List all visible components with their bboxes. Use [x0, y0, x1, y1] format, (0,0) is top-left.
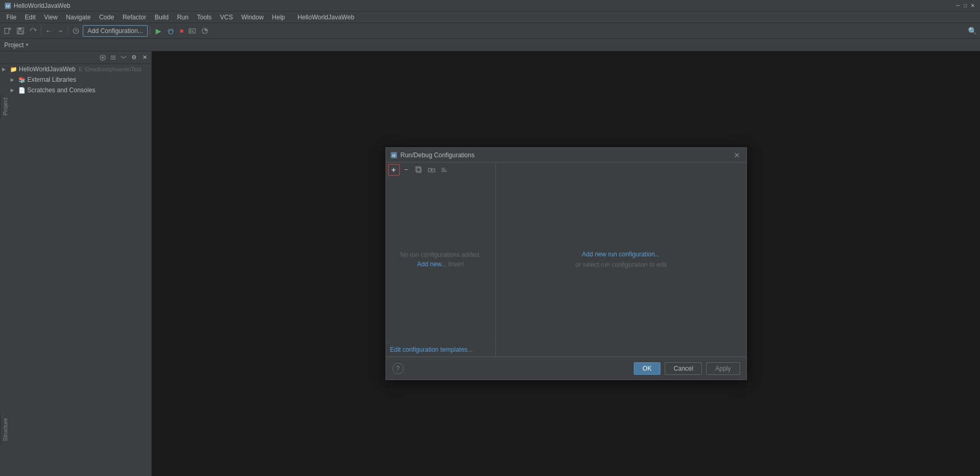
stop-button[interactable]: ■	[178, 25, 185, 37]
dialog-left-panel: + −	[386, 163, 496, 356]
profiler-button[interactable]	[199, 25, 211, 37]
sidebar-panel: ⚙ ✕ ▶ 📁 HelloWorldJavaWeb E:\Dropbox\pho…	[0, 51, 152, 476]
project-folder-icon: 📁	[9, 65, 18, 73]
save-button[interactable]	[15, 25, 26, 37]
menu-view[interactable]: View	[40, 13, 62, 22]
tree-arrow-scratches: ▶	[10, 88, 17, 93]
debug-button[interactable]	[165, 25, 177, 37]
menu-file[interactable]: File	[2, 13, 20, 22]
history-button[interactable]	[70, 25, 82, 37]
sidebar-settings-button[interactable]: ⚙	[129, 53, 139, 62]
dialog-title-bar: IJ Run/Debug Configurations ✕	[386, 148, 746, 163]
ok-button[interactable]: OK	[634, 362, 660, 375]
sidebar-collapse-button[interactable]	[108, 53, 118, 62]
tree-arrow-ext-libs: ▶	[10, 77, 17, 82]
menu-edit[interactable]: Edit	[20, 13, 40, 22]
apply-button[interactable]: Apply	[706, 362, 740, 375]
menu-run[interactable]: Run	[173, 13, 193, 22]
sync-button[interactable]	[27, 25, 39, 37]
svg-text:IJ: IJ	[6, 4, 10, 8]
separator-3	[150, 26, 150, 36]
forward-button[interactable]: →	[55, 25, 65, 37]
add-new-run-config-link[interactable]: Add new run configuration...	[582, 251, 660, 258]
separator-2	[68, 26, 68, 36]
back-button[interactable]: ←	[43, 25, 54, 37]
content-area: IJ Run/Debug Configurations ✕ + −	[152, 51, 980, 476]
menu-code[interactable]: Code	[95, 13, 118, 22]
svg-rect-13	[192, 30, 193, 32]
svg-rect-5	[18, 28, 21, 30]
minimize-button[interactable]: ─	[955, 3, 961, 9]
dialog-title-text: Run/Debug Configurations	[401, 152, 475, 159]
svg-rect-23	[416, 167, 420, 171]
project-dropdown-icon[interactable]: ▾	[26, 41, 29, 48]
menu-tools[interactable]: Tools	[193, 13, 216, 22]
dialog-title-icon: IJ	[390, 152, 398, 159]
sidebar-scope-button[interactable]	[98, 53, 107, 62]
tree-item-scratches[interactable]: ▶ 📄 Scratches and Consoles	[8, 85, 151, 95]
scratches-label: Scratches and Consoles	[27, 86, 95, 94]
main-layout: ⚙ ✕ ▶ 📁 HelloWorldJavaWeb E:\Dropbox\pho…	[0, 51, 980, 476]
project-path-label: E:\Dropbox\phoenix\Test	[79, 66, 141, 72]
menu-build[interactable]: Build	[150, 13, 173, 22]
svg-point-8	[169, 30, 173, 34]
svg-point-16	[102, 57, 104, 59]
coverage-button[interactable]	[186, 25, 198, 37]
tree-children: ▶ 📚 External Libraries ▶ 📄 Scratches and…	[0, 74, 151, 95]
sidebar-tab-structure[interactable]: Structure	[0, 415, 10, 445]
app-title-label: HelloWorldJavaWeb	[298, 14, 354, 21]
title-bar: IJ HelloWorldJavaWeb ─ □ ✕	[0, 0, 980, 12]
or-select-label: or select run configuration to edit	[575, 261, 666, 268]
project-name-label: HelloWorldJavaWeb	[19, 66, 75, 73]
dialog-body: + −	[386, 163, 746, 356]
move-to-folder-button[interactable]	[426, 164, 437, 176]
tree-item-project[interactable]: ▶ 📁 HelloWorldJavaWeb E:\Dropbox\phoenix…	[0, 64, 151, 74]
svg-rect-6	[18, 31, 23, 34]
menu-window[interactable]: Window	[237, 13, 268, 22]
toolbar: ← → Add Configuration... ▶ ■ 🔍	[0, 23, 980, 39]
dialog-right-panel: Add new run configuration... or select r…	[496, 163, 746, 356]
dialog-left-toolbar: + −	[386, 163, 495, 177]
sidebar-expand-button[interactable]	[119, 53, 128, 62]
window-title: HelloWorldJavaWeb	[14, 2, 70, 9]
insert-label: Insert	[448, 261, 464, 268]
svg-text:IJ: IJ	[392, 154, 395, 157]
app-icon: IJ	[4, 2, 12, 9]
dialog-footer: ? OK Cancel Apply	[386, 356, 746, 380]
maximize-button[interactable]: □	[962, 3, 968, 9]
sidebar-tab-project[interactable]: Project	[0, 94, 10, 118]
sidebar-close-button[interactable]: ✕	[140, 53, 149, 62]
project-tab-label: Project	[2, 98, 8, 115]
menu-navigate[interactable]: Navigate	[62, 13, 95, 22]
run-debug-dialog: IJ Run/Debug Configurations ✕ + −	[386, 147, 747, 380]
dialog-close-button[interactable]: ✕	[732, 150, 742, 160]
search-everywhere-button[interactable]: 🔍	[966, 25, 978, 37]
remove-config-button[interactable]: −	[401, 164, 412, 176]
close-window-button[interactable]: ✕	[970, 3, 976, 9]
sort-config-button[interactable]	[438, 164, 450, 176]
add-new-link[interactable]: Add new...	[417, 261, 446, 268]
add-configuration-button[interactable]: Add Configuration...	[83, 25, 148, 37]
structure-tab-label: Structure	[2, 418, 8, 441]
external-libraries-label: External Libraries	[27, 76, 76, 83]
svg-rect-22	[417, 168, 421, 172]
run-button[interactable]: ▶	[152, 25, 164, 37]
add-config-dialog-button[interactable]: +	[388, 164, 400, 176]
tree-arrow-project: ▶	[2, 67, 8, 72]
menu-vcs[interactable]: VCS	[216, 13, 237, 22]
window-controls: ─ □ ✕	[955, 3, 976, 9]
tree-item-external-libraries[interactable]: ▶ 📚 External Libraries	[8, 74, 151, 85]
add-new-insert-text: Add new... Insert	[417, 261, 464, 268]
scratches-icon: 📄	[18, 86, 26, 94]
dialog-left-content: No run configurations added. Add new... …	[386, 177, 495, 342]
edit-templates-link[interactable]: Edit configuration templates...	[390, 346, 473, 353]
no-config-label: No run configurations added.	[400, 251, 481, 258]
menu-help[interactable]: Help	[268, 13, 289, 22]
new-project-button[interactable]	[2, 25, 14, 37]
dialog-action-buttons: OK Cancel Apply	[634, 362, 740, 375]
cancel-button[interactable]: Cancel	[665, 362, 702, 375]
menu-refactor[interactable]: Refactor	[118, 13, 150, 22]
svg-rect-2	[5, 28, 9, 34]
copy-config-button[interactable]	[413, 164, 425, 176]
help-button[interactable]: ?	[392, 363, 404, 374]
